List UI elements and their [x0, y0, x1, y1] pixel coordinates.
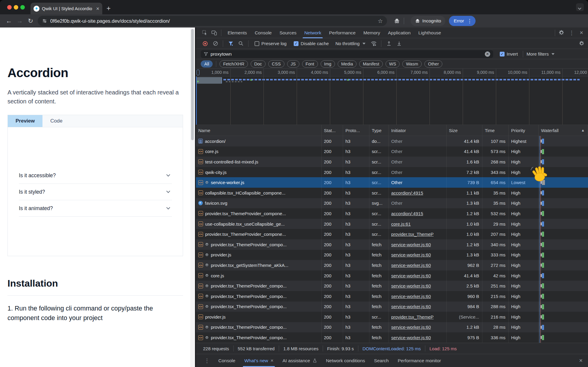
request-name-cell[interactable]: <>provider.tsx_ThemeProvider_compone... [196, 229, 322, 239]
initiator-link[interactable]: service-worker.js:60 [391, 283, 431, 288]
column-header-name[interactable]: Name [196, 125, 322, 136]
timeline-ruler[interactable]: 1,000 ms2,000 ms3,000 ms4,000 ms5,000 ms… [196, 69, 588, 77]
waterfall-cell[interactable] [539, 198, 588, 209]
table-row[interactable]: <>provider.tsx_ThemeProvider_compo...200… [196, 302, 588, 312]
error-button[interactable]: Error ⋮ [449, 16, 476, 26]
drawer-tab-what-s-new[interactable]: What's new× [240, 354, 278, 367]
initiator-cell[interactable]: provider.tsx_ThemeP [389, 312, 447, 322]
address-bar[interactable]: 0f6e2f0b.qwik-ui-site.pages.dev/docs/sty… [38, 16, 387, 26]
waterfall-cell[interactable] [539, 239, 588, 250]
initiator-link[interactable]: provider.tsx_ThemeP [391, 314, 434, 319]
accordion-item-1[interactable]: Is it accessible? [19, 167, 172, 184]
request-name-cell[interactable]: <>provider.tsx_ThemeProvider_compo... [196, 322, 322, 333]
waterfall-cell[interactable] [539, 291, 588, 302]
initiator-cell[interactable]: Other [389, 146, 447, 157]
initiator-cell[interactable]: service-worker.js:60 [389, 250, 447, 260]
table-row[interactable]: <>provider.tsx_ThemeProvider_compo...200… [196, 291, 588, 302]
throttling-select[interactable]: No throttling [335, 41, 365, 46]
request-name-cell[interactable]: <>core.js [196, 270, 322, 281]
filter-input[interactable]: proxytown ✕ [201, 50, 493, 58]
initiator-cell[interactable]: provider.tsx_ThemeP [389, 229, 447, 239]
request-name-cell[interactable]: <>core.js [196, 146, 322, 157]
request-name-cell[interactable]: <>provider.tsx_ThemeProvider_compo... [196, 281, 322, 291]
initiator-cell[interactable]: core.js:61 [389, 219, 447, 229]
column-header-initiator[interactable]: Initiator [389, 125, 447, 136]
incognito-mode-icon[interactable] [394, 18, 400, 24]
table-row[interactable]: <>provider.tsx_ThemeProvider_compo...200… [196, 281, 588, 291]
initiator-link[interactable]: service-worker.js:60 [391, 273, 431, 278]
drawer-tab-ai-assistance[interactable]: AI assistance [278, 354, 321, 367]
network-settings-icon[interactable] [579, 40, 588, 48]
initiator-link[interactable]: accordion/:4915 [391, 190, 423, 195]
waterfall-cell[interactable] [539, 146, 588, 157]
column-header-proto[interactable]: Proto... [343, 125, 369, 136]
more-filters-button[interactable]: More filters [525, 51, 556, 56]
table-row[interactable]: <>collapsible.tsx_HCollapsible_compone..… [196, 188, 588, 198]
initiator-cell[interactable]: accordion/:4915 [389, 208, 447, 219]
drawer-close-icon[interactable]: × [577, 357, 585, 364]
filter-chip-fetchxhr[interactable]: Fetch/XHR [220, 60, 248, 68]
column-header-priority[interactable]: Priority [509, 125, 539, 136]
initiator-link[interactable]: service-worker.js:60 [391, 325, 431, 330]
request-name-cell[interactable]: <>provider.tsx_ThemeProvider_compo... [196, 302, 322, 312]
request-name-cell[interactable]: favicon.svg [196, 198, 322, 209]
inspect-element-icon[interactable] [200, 29, 209, 37]
close-icon[interactable]: × [271, 358, 274, 364]
import-har-icon[interactable] [384, 40, 393, 48]
selected-time-window[interactable] [197, 77, 222, 84]
browser-menu-icon[interactable]: ⋮ [467, 18, 472, 24]
waterfall-cell[interactable] [539, 208, 588, 219]
waterfall-cell[interactable] [539, 312, 588, 322]
table-row[interactable]: accordion/200h3do...Other41.4 kB107 msHi… [196, 136, 588, 146]
checkbox-unchecked-icon[interactable] [255, 41, 259, 46]
invert-checkbox[interactable]: ✓ Invert [500, 51, 518, 56]
initiator-cell[interactable]: Other [389, 136, 447, 146]
accordion-item-3[interactable]: Is it animated? [19, 200, 172, 217]
drawer-tab-search[interactable]: Search [370, 354, 393, 367]
waterfall-cell[interactable] [539, 332, 588, 343]
initiator-link[interactable]: provider.tsx_ThemeP [391, 232, 434, 237]
table-row[interactable]: <>provider.js200h3scr...provider.tsx_The… [196, 312, 588, 322]
new-tab-button[interactable]: + [106, 4, 111, 13]
filter-chip-img[interactable]: Img [321, 60, 335, 68]
site-settings-icon[interactable] [42, 18, 47, 24]
filter-icon[interactable] [226, 40, 235, 48]
table-row[interactable]: <>service-worker.js200h3scr...Other739 B… [196, 177, 588, 188]
devtools-tab-network[interactable]: Network [300, 27, 325, 38]
devtools-tab-sources[interactable]: Sources [276, 27, 301, 38]
table-row[interactable]: <>provider.tsx_ThemeProvider_compone...2… [196, 208, 588, 219]
table-row[interactable]: <>provider.tsx_ThemeProvider_compone...2… [196, 229, 588, 239]
browser-tab[interactable]: Qwik UI | Styled Accordion Co × [31, 3, 102, 14]
initiator-link[interactable]: service-worker.js:60 [391, 304, 431, 309]
table-row[interactable]: favicon.svg200h3svg...Other1.3 kB35 msHi… [196, 198, 588, 209]
devtools-close-icon[interactable]: × [577, 29, 586, 36]
request-name-cell[interactable]: <>provider.js [196, 312, 322, 322]
record-network-log-icon[interactable] [201, 40, 210, 48]
table-row[interactable]: <>provider.tsx_getSystemTheme_aKkA...200… [196, 260, 588, 270]
back-button[interactable]: ← [4, 17, 14, 25]
waterfall-cell[interactable] [539, 322, 588, 333]
scrollbar-thumb[interactable] [191, 29, 194, 140]
devtools-tab-elements[interactable]: Elements [224, 27, 251, 38]
minimize-window-button[interactable] [14, 5, 18, 10]
column-header-time[interactable]: Time [482, 125, 509, 136]
initiator-cell[interactable]: service-worker.js:60 [389, 291, 447, 302]
request-name-cell[interactable]: <>collapsible.tsx_HCollapsible_compone..… [196, 188, 322, 198]
checkbox-checked-icon[interactable]: ✓ [500, 52, 505, 56]
waterfall-cell[interactable] [539, 250, 588, 260]
network-conditions-icon[interactable] [369, 40, 378, 48]
checkbox-checked-icon[interactable]: ✓ [294, 41, 298, 46]
request-name-cell[interactable]: <>provider.tsx_ThemeProvider_compo... [196, 239, 322, 250]
close-window-button[interactable] [7, 5, 12, 10]
timeline-grip-handle[interactable] [196, 70, 199, 75]
initiator-cell[interactable]: service-worker.js:60 [389, 260, 447, 270]
filter-chip-other[interactable]: Other [424, 60, 442, 68]
initiator-link[interactable]: service-worker.js:60 [391, 294, 431, 299]
filter-chip-doc[interactable]: Doc [251, 60, 266, 68]
initiator-cell[interactable]: service-worker.js:60 [389, 281, 447, 291]
table-row[interactable]: <>core.js200h3fetchservice-worker.js:604… [196, 270, 588, 281]
column-header-size[interactable]: Size [447, 125, 482, 136]
disable-cache-checkbox[interactable]: ✓ Disable cache [294, 41, 329, 46]
request-name-cell[interactable]: <>provider.tsx_ThemeProvider_compo... [196, 291, 322, 302]
clear-network-log-icon[interactable] [211, 40, 220, 48]
